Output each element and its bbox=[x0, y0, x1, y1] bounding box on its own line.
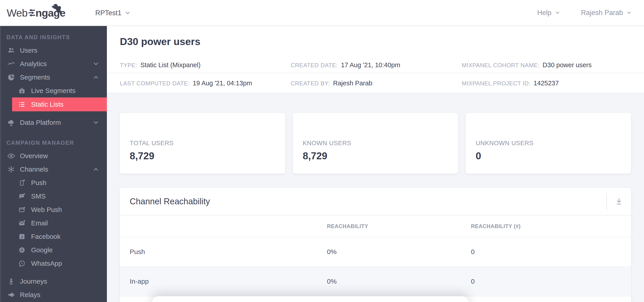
sidebar-item-label: Journeys bbox=[20, 277, 47, 285]
push-channel-icon bbox=[18, 179, 26, 187]
floating-element-shadow bbox=[152, 296, 468, 302]
topbar: Web ngage RPTest1 Help bbox=[0, 0, 644, 26]
content-area: TOTAL USERS 8,729 KNOWN USERS 8,729 UNKN… bbox=[107, 93, 644, 302]
channel-reachability-panel: Channel Reachability bbox=[120, 188, 631, 302]
meta-value: D30 power users bbox=[543, 61, 592, 69]
sidebar: DATA AND INSIGHTS Users bbox=[0, 26, 107, 302]
chevron-down-icon bbox=[626, 10, 632, 16]
meta-value: 19 Aug '21, 04:13pm bbox=[193, 80, 252, 87]
sidebar-item-label: Facebook bbox=[31, 233, 60, 240]
relays-megaphone-icon bbox=[6, 291, 16, 299]
sidebar-item-label: SMS bbox=[31, 193, 46, 200]
meta-label: CREATED DATE: bbox=[291, 62, 338, 69]
stat-cards: TOTAL USERS 8,729 KNOWN USERS 8,729 UNKN… bbox=[120, 113, 631, 174]
stat-value: 0 bbox=[476, 150, 631, 162]
meta-mixpanel-project-id: MIXPANEL PROJECT ID: 1425237 bbox=[462, 80, 631, 87]
page-title: D30 power users bbox=[120, 36, 631, 48]
download-button[interactable] bbox=[613, 195, 625, 208]
cell-reachability-count: 0 bbox=[471, 248, 631, 256]
sidebar-item-google[interactable]: G Google bbox=[12, 243, 107, 257]
meta-value: 1425237 bbox=[534, 80, 559, 87]
sidebar-item-label: Live Segments bbox=[31, 87, 75, 95]
sidebar-item-label: Analytics bbox=[20, 60, 47, 68]
webengage-logo[interactable]: Web ngage bbox=[7, 3, 83, 23]
sidebar-item-journeys[interactable]: Journeys bbox=[1, 275, 107, 288]
column-header-reachability: REACHABILITY bbox=[327, 223, 471, 229]
page-header: D30 power users TYPE: Static List (Mixpa… bbox=[107, 26, 644, 93]
svg-text:G: G bbox=[20, 248, 23, 252]
meta-created-by: CREATED BY: Rajesh Parab bbox=[291, 80, 462, 87]
stat-value: 8,729 bbox=[303, 150, 458, 162]
logo-web-text: Web bbox=[7, 7, 28, 19]
sidebar-item-overview[interactable]: Overview bbox=[1, 149, 107, 163]
project-name: RPTest1 bbox=[95, 9, 122, 17]
cell-reachability: 0% bbox=[327, 277, 471, 285]
table-row-push: Push 0% 0 bbox=[120, 237, 631, 266]
sidebar-item-label: Channels bbox=[20, 166, 48, 173]
whatsapp-icon bbox=[18, 260, 26, 267]
svg-text:f: f bbox=[22, 235, 23, 239]
panel-title: Channel Reachability bbox=[120, 197, 606, 206]
sidebar-section-data-insights: DATA AND INSIGHTS bbox=[1, 26, 107, 44]
sidebar-item-segments[interactable]: Segments bbox=[1, 71, 107, 84]
meta-value: 17 Aug '21, 10:40pm bbox=[341, 61, 400, 69]
segments-pie-icon bbox=[6, 73, 16, 81]
sidebar-item-label: Email bbox=[31, 219, 48, 227]
cell-reachability-count: 0 bbox=[471, 277, 631, 285]
sidebar-item-users[interactable]: Users bbox=[1, 44, 107, 57]
help-menu[interactable]: Help bbox=[537, 9, 560, 17]
sidebar-item-label: Static Lists bbox=[31, 101, 64, 108]
sidebar-item-whatsapp[interactable]: WhatsApp bbox=[12, 257, 107, 270]
reachability-table-header: REACHABILITY REACHABILITY (#) bbox=[120, 216, 631, 237]
sidebar-item-live-segments[interactable]: Live Segments bbox=[12, 84, 107, 97]
project-switcher[interactable]: RPTest1 bbox=[95, 0, 131, 26]
column-header-reachability-count: REACHABILITY (#) bbox=[471, 223, 631, 229]
facebook-icon: f bbox=[18, 233, 26, 240]
chevron-down-icon bbox=[92, 61, 99, 67]
stat-card-total-users: TOTAL USERS 8,729 bbox=[120, 113, 285, 174]
sidebar-item-push[interactable]: Push bbox=[12, 176, 107, 190]
sidebar-item-channels[interactable]: Channels bbox=[1, 163, 107, 176]
sidebar-item-label: Segments bbox=[20, 73, 50, 81]
cell-channel: Push bbox=[120, 248, 327, 256]
stat-value: 8,729 bbox=[130, 150, 285, 162]
help-label: Help bbox=[537, 9, 552, 17]
user-menu[interactable]: Rajesh Parab bbox=[581, 9, 632, 17]
chevron-down-icon bbox=[554, 10, 560, 16]
sidebar-item-label: WhatsApp bbox=[31, 260, 62, 267]
sidebar-item-label: Google bbox=[31, 246, 53, 254]
meta-last-computed-date: LAST COMPUTED DATE: 19 Aug '21, 04:13pm bbox=[120, 80, 291, 87]
sidebar-item-data-platform[interactable]: Data Platform bbox=[1, 116, 107, 129]
meta-value: Static List (Mixpanel) bbox=[140, 61, 200, 69]
meta-value: Rajesh Parab bbox=[333, 80, 372, 87]
cell-channel: In-app bbox=[120, 277, 327, 285]
google-icon: G bbox=[18, 246, 26, 254]
chevron-up-icon bbox=[92, 166, 99, 173]
topbar-right: Help Rajesh Parab bbox=[537, 9, 632, 17]
panel-header: Channel Reachability bbox=[120, 188, 631, 216]
stat-label: KNOWN USERS bbox=[303, 139, 458, 147]
sidebar-item-web-push[interactable]: Web Push bbox=[12, 203, 107, 216]
sidebar-item-sms[interactable]: SMS bbox=[12, 190, 107, 203]
cell-reachability: 0% bbox=[327, 248, 471, 256]
sidebar-item-label: Data Platform bbox=[20, 119, 61, 126]
meta-mixpanel-cohort-name: MIXPANEL COHORT NAME: D30 power users bbox=[462, 61, 631, 69]
chevron-down-icon bbox=[124, 10, 131, 16]
user-name: Rajesh Parab bbox=[581, 9, 623, 17]
sidebar-item-relays[interactable]: Relays bbox=[1, 288, 107, 301]
sidebar-item-label: Web Push bbox=[31, 206, 62, 214]
users-icon bbox=[6, 46, 16, 54]
sidebar-item-facebook[interactable]: f Facebook bbox=[12, 230, 107, 243]
analytics-icon bbox=[6, 60, 16, 68]
stat-card-known-users: KNOWN USERS 8,729 bbox=[293, 113, 458, 174]
sidebar-item-email[interactable]: Email bbox=[12, 216, 107, 230]
static-lists-icon bbox=[18, 101, 26, 108]
meta-created-date: CREATED DATE: 17 Aug '21, 10:40pm bbox=[291, 61, 462, 69]
main-content: D30 power users TYPE: Static List (Mixpa… bbox=[107, 26, 644, 302]
table-row-in-app: In-app 0% 0 bbox=[120, 266, 631, 296]
download-icon bbox=[614, 197, 624, 206]
meta-label: MIXPANEL PROJECT ID: bbox=[462, 80, 530, 87]
sidebar-item-static-lists[interactable]: Static Lists bbox=[12, 97, 107, 111]
meta-label: LAST COMPUTED DATE: bbox=[120, 80, 190, 87]
sidebar-item-analytics[interactable]: Analytics bbox=[1, 57, 107, 71]
